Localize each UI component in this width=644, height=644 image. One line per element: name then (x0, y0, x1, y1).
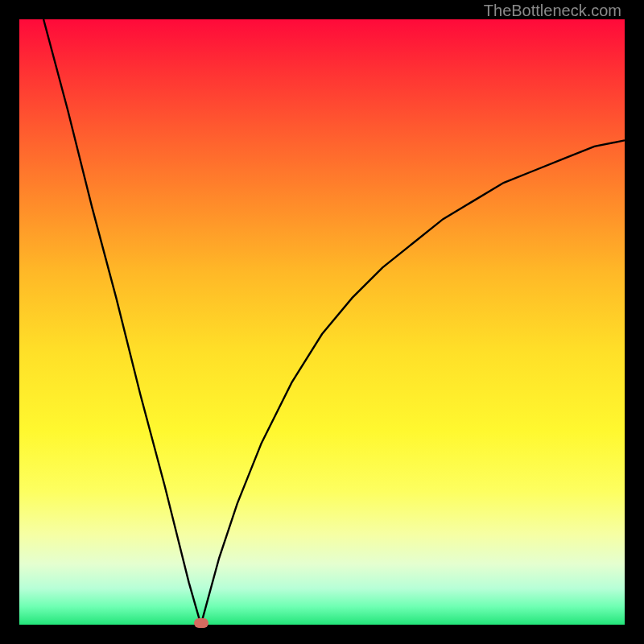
chart-plot-area (19, 19, 625, 625)
minimum-marker (194, 618, 208, 628)
attribution-text: TheBottleneck.com (484, 2, 621, 20)
